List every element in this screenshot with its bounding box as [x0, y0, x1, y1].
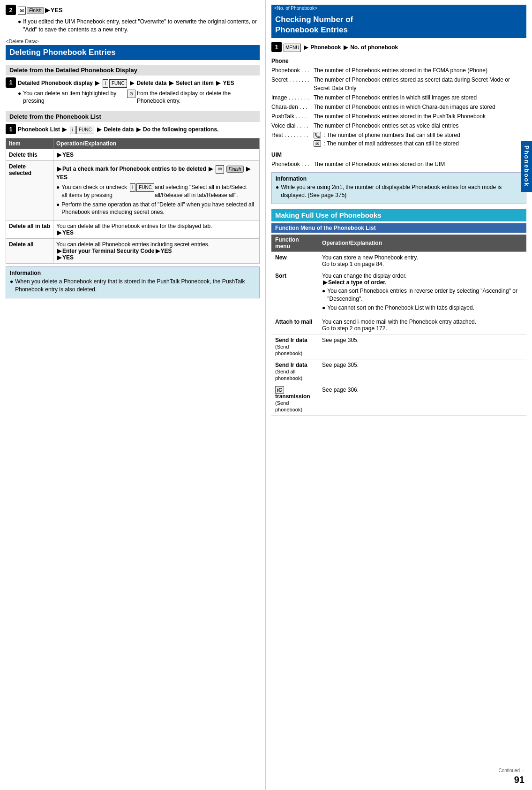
entry-voicedial: Voice dial . . . . The number of Phonebo…	[271, 122, 526, 130]
delete-header: Deleting Phonebook Entries	[6, 45, 260, 60]
fn-attach-desc: You can send i-mode mail with the Phoneb…	[318, 316, 526, 334]
right-column: <No. of Phonebook> Checking Number of Ph…	[266, 0, 532, 790]
fn-row-sendir-all: Send Ir data(Send all phonebook) See pag…	[271, 359, 526, 384]
fn-col2-header: Operation/Explanation	[318, 235, 526, 252]
row1-op: ▶YES	[53, 149, 260, 161]
fn-ic-desc: See page 306.	[318, 384, 526, 416]
fn-sort-desc: You can change the display order. ▶Selec…	[318, 270, 526, 316]
entry-charaden: Chara-den . . . The number of Phonebook …	[271, 103, 526, 111]
row2-bullet2: Perform the same operation as that of "D…	[56, 201, 256, 217]
row3-item: Delete all in tab	[6, 220, 53, 239]
left-info-label: Information	[10, 270, 255, 276]
function-menu-subheader: Function Menu of the Phonebook List	[271, 223, 526, 233]
step1-detailed-bullet: You can delete an item highlighted by pr…	[18, 90, 260, 106]
entry-pushtalk-label: PushTalk . . . .	[271, 112, 314, 121]
making-header: Making Full Use of Phonebooks	[271, 209, 526, 221]
step1-list-content: Phonebook List ▶ iFUNC ▶ Delete data ▶ D…	[18, 124, 260, 136]
row1-item: Delete this	[6, 149, 53, 161]
row4-item: Delete all	[6, 239, 53, 264]
delete-list-header: Delete from the Phonebook List	[6, 111, 260, 122]
fn-attach-name: Attach to mail	[271, 316, 318, 334]
phone-icon-inline: 📞	[314, 132, 321, 138]
row2-main-text: ▶Put a check mark for Phonebook entries …	[56, 165, 256, 182]
row4-op: You can delete all Phonebook entries inc…	[53, 239, 260, 264]
delete-list-section: Delete from the Phonebook List 1 Phonebo…	[6, 111, 260, 298]
delete-detailed-section: Delete from the Detailed Phonebook Displ…	[6, 65, 260, 107]
entry-uim-phonebook-desc: The number of Phonebook entries stored o…	[314, 160, 526, 168]
entry-image: Image . . . . . . . The number of Phoneb…	[271, 93, 526, 102]
fn-ic-name: iC transmission (Send phonebook)	[271, 384, 318, 416]
right-info-label: Information	[276, 175, 522, 182]
menu-icon: MENU	[284, 44, 301, 52]
sidebar-phonebook-tab: Phonebook	[521, 141, 532, 192]
step2-row: 2 ✉ Finish ▶ YES	[6, 5, 260, 15]
entry-phonebook-desc: The number of Phonebook entries stored i…	[314, 66, 526, 75]
right-info-box: Information While you are using 2in1, th…	[271, 172, 526, 204]
fn-row-ic: iC transmission (Send phonebook) See pag…	[271, 384, 526, 416]
entry-rest: Rest . . . . . . . . 📞 : The number of p…	[271, 131, 526, 148]
fn-sendir-phone-desc: See page 305.	[318, 334, 526, 359]
delete-section: <Delete Data> Deleting Phonebook Entries	[6, 38, 260, 60]
entry-pushtalk: PushTalk . . . . The number of Phonebook…	[271, 112, 526, 121]
continued-label: Continued→	[498, 768, 525, 773]
fn-sendir-all-name: Send Ir data(Send all phonebook)	[271, 359, 318, 384]
entry-pushtalk-desc: The number of Phonebook entries stored i…	[314, 112, 526, 121]
step1-list-text: Phonebook List ▶ iFUNC ▶ Delete data ▶ D…	[18, 126, 260, 134]
right-step1-text: MENU ▶ Phonebook ▶ No. of phonebook	[284, 44, 526, 52]
entry-secret: Secret . . . . . . . The number of Phone…	[271, 76, 526, 92]
left-column: 2 ✉ Finish ▶ YES If you edited the UIM P…	[0, 0, 266, 790]
phone-label: Phone	[271, 57, 289, 65]
fn-new-desc: You can store a new Phonebook entry.Go t…	[318, 251, 526, 270]
entry-uim: UIM	[271, 151, 526, 159]
delete-detailed-header: Delete from the Detailed Phonebook Displ…	[6, 65, 260, 76]
entry-uim-phonebook: Phonebook . . . The number of Phonebook …	[271, 160, 526, 168]
function-menu-table: Function menu Operation/Explanation New …	[271, 235, 526, 416]
entry-phonebook: Phonebook . . . The number of Phonebook …	[271, 66, 526, 75]
step2-icon-mail: ✉	[18, 7, 26, 15]
fn-new-name: New	[271, 251, 318, 270]
entry-image-label: Image . . . . . . .	[271, 93, 314, 102]
step1-detailed-text: Detailed Phonebook display ▶ iFUNC ▶ Del…	[18, 79, 260, 88]
entry-rest-label: Rest . . . . . . . .	[271, 131, 314, 139]
row2-bullet1: You can check or uncheck all items by pr…	[56, 183, 256, 199]
making-full-use-section: Making Full Use of Phonebooks Function M…	[271, 209, 526, 416]
step1-detailed-number: 1	[6, 77, 16, 88]
step2-yes: YES	[51, 7, 63, 14]
table-row: Delete all in tab You can delete all the…	[6, 220, 260, 239]
fn-sendir-all-desc: See page 305.	[318, 359, 526, 384]
phonebook-entries-list: Phone Phonebook . . . The number of Phon…	[271, 57, 526, 168]
ic-icon: iC	[275, 386, 284, 394]
entry-image-desc: The number of Phonebook entries in which…	[314, 93, 526, 102]
fn-sort-bullet2: You cannot sort on the Phonebook List wi…	[322, 304, 523, 312]
no-phonebook-tag: <No. of Phonebook>	[271, 5, 526, 12]
entry-phone-label: Phone	[271, 57, 526, 65]
uim-label: UIM	[271, 152, 282, 158]
entry-secret-desc: The number of Phonebook entries stored a…	[314, 76, 526, 92]
table-row: Delete this ▶YES	[6, 149, 260, 161]
checking-header-line1: Checking Number of	[275, 15, 353, 24]
step-2-number: 2	[6, 5, 16, 15]
entry-charaden-label: Chara-den . . .	[271, 103, 314, 111]
fn-row-new: New You can store a new Phonebook entry.…	[271, 251, 526, 270]
checking-header: Checking Number of Phonebook Entries	[271, 12, 526, 38]
row3-op: You can delete all the Phonebook entries…	[53, 220, 260, 239]
table-col1-header: Item	[6, 138, 53, 149]
entry-charaden-desc: The number of Phonebook entries in which…	[314, 103, 526, 111]
fn-sort-name: Sort	[271, 270, 318, 316]
table-col2-header: Operation/Explanation	[53, 138, 260, 149]
entry-rest-desc: 📞 : The number of phone numbers that can…	[314, 131, 526, 148]
entry-voicedial-desc: The number of Phonebook entries set as v…	[314, 122, 526, 130]
step1-detailed-content: Detailed Phonebook display ▶ iFUNC ▶ Del…	[18, 77, 260, 107]
table-row: Delete all You can delete all Phonebook …	[6, 239, 260, 264]
fn-row-sendir-phone: Send Ir data(Send phonebook) See page 30…	[271, 334, 526, 359]
entry-voicedial-label: Voice dial . . . .	[271, 122, 314, 130]
step1-list-number: 1	[6, 124, 16, 134]
right-step1-row: 1 MENU ▶ Phonebook ▶ No. of phonebook	[271, 42, 526, 54]
fn-row-sort: Sort You can change the display order. ▶…	[271, 270, 526, 316]
right-step1-number: 1	[271, 42, 282, 52]
step2-detail: If you edited the UIM Phonebook entry, s…	[18, 18, 260, 34]
page-number: 91	[514, 775, 525, 785]
fn-row-attach: Attach to mail You can send i-mode mail …	[271, 316, 526, 334]
entry-phonebook-label: Phonebook . . .	[271, 66, 314, 75]
fn-sort-bullet1: You can sort Phonebook entries in revers…	[322, 287, 523, 303]
